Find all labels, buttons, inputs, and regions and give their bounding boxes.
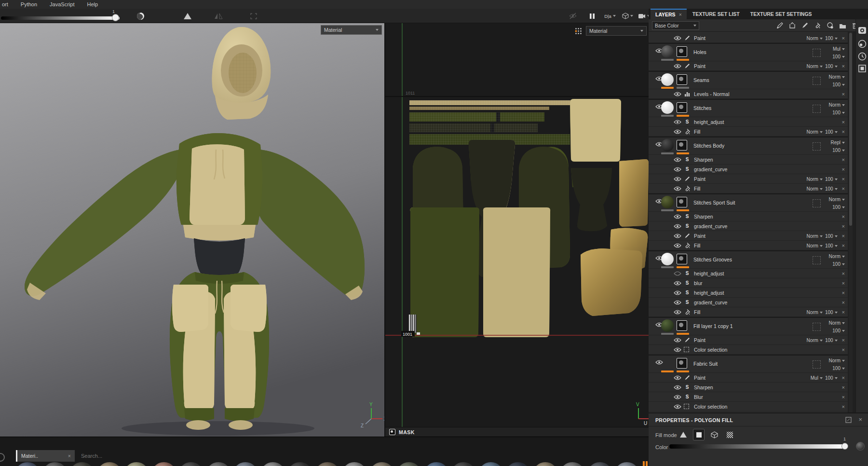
alpha-triangle-icon[interactable] xyxy=(183,12,192,20)
material-sphere[interactable] xyxy=(478,462,504,466)
pause-icon[interactable] xyxy=(587,12,597,20)
fill-mode-uv-chunk-button[interactable] xyxy=(724,429,735,440)
material-sphere[interactable] xyxy=(178,462,204,466)
material-sphere[interactable] xyxy=(151,462,177,466)
layer-thumbnail[interactable] xyxy=(661,196,674,208)
stamp-icon[interactable] xyxy=(788,22,797,29)
color-slider-knob[interactable] xyxy=(841,443,848,450)
opacity-dropdown[interactable]: 100 xyxy=(825,64,838,69)
material-sphere[interactable] xyxy=(69,462,95,466)
layer-effect-row[interactable]: SBlur× xyxy=(649,392,848,402)
shader-ball-icon[interactable] xyxy=(858,40,867,48)
blend-mode-dropdown[interactable]: Norm xyxy=(806,186,822,192)
mask-thumbnail[interactable] xyxy=(677,254,687,264)
layer-effect-row[interactable]: Sgradient_curve× xyxy=(649,164,848,174)
menu-item-python[interactable]: Python xyxy=(21,1,37,7)
layer-effect-row[interactable]: PaintNorm100× xyxy=(649,231,848,241)
remove-effect-icon[interactable]: × xyxy=(842,394,845,400)
shelf-search-input[interactable] xyxy=(81,450,274,462)
blend-mode-dropdown[interactable]: Repl xyxy=(830,140,845,145)
layers-scrollbar[interactable] xyxy=(849,32,853,412)
layer-effect-row[interactable]: Sgradient_curve× xyxy=(649,221,848,231)
menu-item-help[interactable]: Help xyxy=(87,1,98,7)
layer-effect-row[interactable]: Sheight_adjust× xyxy=(649,117,848,127)
material-slot-icon[interactable] xyxy=(813,105,821,113)
blend-mode-dropdown[interactable]: Norm xyxy=(829,358,845,363)
opacity-dropdown[interactable]: 100 xyxy=(825,186,838,192)
remove-effect-icon[interactable]: × xyxy=(842,243,845,248)
remove-effect-icon[interactable]: × xyxy=(842,271,845,276)
layer-thumbnail[interactable] xyxy=(661,101,674,114)
viewport-2d-uv[interactable]: 1011 xyxy=(384,23,649,437)
mask-thumbnail[interactable] xyxy=(677,140,687,151)
tab-texture-set-list[interactable]: TEXTURE SET LIST xyxy=(688,9,745,19)
material-slot-icon[interactable] xyxy=(813,77,821,85)
opacity-dropdown[interactable]: 100 xyxy=(825,338,838,343)
material-sphere[interactable] xyxy=(314,462,340,466)
resource-update-icon[interactable] xyxy=(643,461,649,466)
opacity-dropdown[interactable]: 100 xyxy=(832,205,845,210)
tab-layers[interactable]: LAYERS× xyxy=(651,9,687,19)
layer-effect-row[interactable]: Levels - Normal× xyxy=(649,89,848,99)
material-slot-icon[interactable] xyxy=(813,199,821,207)
channels-grid-icon[interactable] xyxy=(575,27,582,36)
menu-item-javascript[interactable]: JavaScript xyxy=(50,1,74,7)
opacity-dropdown[interactable]: 100 xyxy=(825,243,838,248)
blend-mode-dropdown[interactable]: Norm xyxy=(806,36,822,41)
layer-group-row[interactable]: StitchesNorm100 xyxy=(649,99,848,117)
remove-effect-icon[interactable]: × xyxy=(842,337,845,343)
layer-effect-row[interactable]: FillNorm100× xyxy=(649,307,848,317)
blend-mode-dropdown[interactable]: Norm xyxy=(806,177,822,182)
blend-mode-dropdown[interactable]: Norm xyxy=(829,254,845,259)
material-sphere[interactable] xyxy=(369,462,395,466)
color-picker-ball[interactable] xyxy=(856,442,865,451)
material-sphere[interactable] xyxy=(505,462,531,466)
remove-effect-icon[interactable]: × xyxy=(842,176,845,182)
opacity-dropdown[interactable]: 100 xyxy=(832,328,845,333)
layer-effect-row[interactable]: SSharpen× xyxy=(649,212,848,221)
brush-size-slider-knob[interactable] xyxy=(112,14,119,21)
shelf-tab-close-icon[interactable]: × xyxy=(68,453,71,459)
symmetry-icon[interactable] xyxy=(214,12,223,20)
shader-mode-dropdown-2d[interactable]: Material xyxy=(586,26,647,36)
layer-effect-row[interactable]: PaintNorm100× xyxy=(649,61,848,71)
pen-tool-icon[interactable] xyxy=(775,22,784,29)
layer-effect-row[interactable]: PaintNorm100× xyxy=(649,33,848,43)
layer-thumbnail[interactable] xyxy=(661,357,674,370)
opacity-dropdown[interactable]: 100 xyxy=(832,82,845,87)
material-sphere[interactable] xyxy=(614,462,640,466)
displacement-toggle-icon[interactable]: D|a xyxy=(604,12,616,20)
shelf-tab-materials[interactable]: Materi.. × xyxy=(16,450,75,462)
remove-effect-icon[interactable]: × xyxy=(842,280,845,286)
opacity-dropdown[interactable]: 100 xyxy=(832,261,845,267)
geometry-cube-icon[interactable] xyxy=(621,12,634,20)
remove-effect-icon[interactable]: × xyxy=(842,375,845,381)
remove-effect-icon[interactable]: × xyxy=(842,63,845,69)
layer-effect-row[interactable]: Sheight_adjust× xyxy=(649,269,848,278)
blend-mode-dropdown[interactable]: Norm xyxy=(806,64,822,69)
material-sphere[interactable] xyxy=(232,462,258,466)
eye-slash-icon[interactable] xyxy=(568,12,578,20)
channel-dropdown[interactable]: Base Color xyxy=(652,21,699,30)
remove-effect-icon[interactable]: × xyxy=(842,223,845,229)
fill-mode-triangle-button[interactable] xyxy=(678,429,689,440)
mask-thumbnail[interactable] xyxy=(677,102,687,113)
contrast-ball-icon[interactable] xyxy=(136,12,145,20)
layer-group-row[interactable]: Stitches Sport SuitNorm100 xyxy=(649,193,848,212)
panel-close-icon[interactable]: × xyxy=(858,416,862,423)
texture-set-panel-icon[interactable] xyxy=(858,64,867,73)
opacity-dropdown[interactable]: 100 xyxy=(825,129,838,135)
layer-effect-row[interactable]: FillNorm100× xyxy=(649,127,848,137)
opacity-dropdown[interactable]: 100 xyxy=(825,375,838,381)
layer-thumbnail[interactable] xyxy=(661,45,674,58)
material-slot-icon[interactable] xyxy=(813,256,821,264)
remove-effect-icon[interactable]: × xyxy=(842,404,845,410)
remove-effect-icon[interactable]: × xyxy=(842,166,845,172)
material-sphere[interactable] xyxy=(423,462,449,466)
layer-group-row[interactable]: Stitches BodyRepl100 xyxy=(649,137,848,155)
remove-effect-icon[interactable]: × xyxy=(842,91,845,97)
blend-mode-dropdown[interactable]: Norm xyxy=(806,243,822,248)
material-slot-icon[interactable] xyxy=(813,360,821,369)
layer-effect-row[interactable]: PaintMul100× xyxy=(649,373,848,383)
opacity-dropdown[interactable]: 100 xyxy=(832,110,845,115)
